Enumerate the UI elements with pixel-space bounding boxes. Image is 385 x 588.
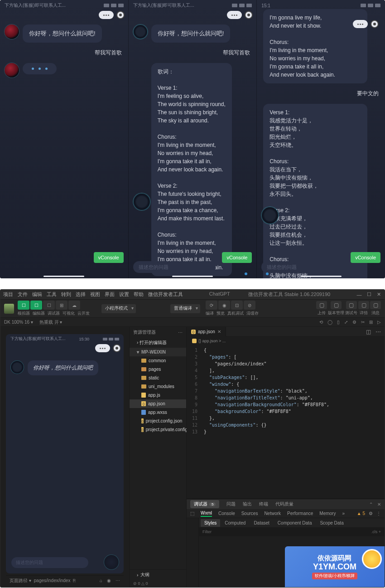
editor-toggle[interactable]: ☐ <box>30 301 42 310</box>
breadcrumb[interactable]: {} app.json > ... <box>187 337 385 345</box>
styles-tab-computed[interactable]: Computed <box>221 519 249 527</box>
warnings-count[interactable]: ▲ 5 <box>357 511 365 516</box>
elements-tree[interactable] <box>187 518 199 587</box>
toolbar-详情[interactable]: ▢ <box>358 301 369 309</box>
menu-工具[interactable]: 工具 <box>47 291 57 298</box>
file-uni_modules[interactable]: uni_modules <box>130 382 186 391</box>
filter-input[interactable]: Filter <box>202 530 212 534</box>
tool-icon[interactable]: ⊞ <box>369 320 373 325</box>
cloud-toggle[interactable]: ☁ <box>68 301 80 310</box>
styles-tab-component data[interactable]: Component Data <box>274 519 316 527</box>
performance-tab[interactable]: Performance <box>287 511 313 516</box>
code-content[interactable]: { "pages": [ "pages/index/index" ], "sub… <box>200 345 385 499</box>
preview-button[interactable]: ◉ <box>218 301 230 310</box>
mode-select[interactable]: 小程序模式 <box>101 304 136 313</box>
tool-icon[interactable]: ✂ <box>361 320 365 325</box>
code-editor[interactable]: 12345678910111213 { "pages": [ "pages/in… <box>187 345 385 499</box>
menu-选择[interactable]: 选择 <box>76 291 86 298</box>
capsule-menu[interactable] <box>99 11 114 19</box>
compile-button[interactable]: ⟳ <box>206 301 217 310</box>
sim-send-button[interactable] <box>104 554 119 570</box>
chevron-up-icon[interactable]: ⌃ <box>369 502 373 507</box>
capsule-menu[interactable] <box>353 20 368 28</box>
device-scale[interactable]: DK 100% 16 ▾ <box>4 320 33 325</box>
file-app.json[interactable]: {}app.json <box>130 399 186 408</box>
project-root[interactable]: ▾ MP-WEIXIN <box>130 348 186 356</box>
sources-tab[interactable]: Sources <box>241 511 258 516</box>
menu-视图[interactable]: 视图 <box>90 291 100 298</box>
file-project.private.config.js...[interactable]: {}project.private.config.js... <box>130 425 186 434</box>
styles-tab-dataset[interactable]: Dataset <box>250 519 273 527</box>
eye-icon[interactable]: ◉ <box>107 578 111 583</box>
capsule-menu[interactable] <box>227 11 242 19</box>
file-app.js[interactable]: app.js <box>130 391 186 399</box>
problems-tab[interactable]: 问题 <box>226 501 236 507</box>
hot-reload[interactable]: 热重载 开 ▾ <box>39 319 63 326</box>
console-tab[interactable]: Console <box>218 511 235 516</box>
file-app.wxss[interactable]: app.wxss <box>130 408 186 417</box>
user-avatar-icon[interactable] <box>4 304 14 314</box>
toolbar-上传[interactable]: ▢ <box>316 301 327 309</box>
split-icon[interactable]: ◫ <box>366 329 371 335</box>
file-pages[interactable]: pages <box>130 365 186 374</box>
capsule-close[interactable] <box>245 11 253 19</box>
more-tabs-icon[interactable]: » <box>342 511 345 516</box>
menu-设置[interactable]: 设置 <box>119 291 129 298</box>
codequality-tab[interactable]: 代码质量 <box>275 501 294 507</box>
vconsole-button[interactable]: vConsole <box>351 252 380 263</box>
simulator-toggle[interactable]: ☐ <box>18 301 29 310</box>
more-icon[interactable]: ⋯ <box>178 330 183 335</box>
tool-icon[interactable]: ▷ <box>377 320 381 325</box>
vconsole-button[interactable]: vConsole <box>222 252 252 263</box>
menu-帮助[interactable]: 帮助 <box>134 291 144 298</box>
styles-tab-styles[interactable]: Styles <box>201 519 220 527</box>
inspect-icon[interactable]: ⬚ <box>190 511 194 516</box>
toolbar-版本管理[interactable]: ▢ <box>331 301 342 309</box>
file-project.config.json[interactable]: {}project.config.json <box>130 417 186 425</box>
debugger-toggle[interactable]: ☐ <box>43 301 55 310</box>
debugger-tab[interactable]: 调试器5 <box>190 500 219 508</box>
editor-tab-appjson[interactable]: {} app.json ✕ <box>187 327 226 337</box>
kebab-icon[interactable]: ⋮ <box>376 511 381 516</box>
capsule-menu[interactable] <box>95 344 110 352</box>
tool-icon[interactable]: ⚙ <box>352 320 356 325</box>
expand-icon[interactable]: ⤢ <box>344 320 348 325</box>
device-icon[interactable]: ▯ <box>337 320 340 325</box>
file-static[interactable]: static <box>130 374 186 382</box>
menu-编辑[interactable]: 编辑 <box>32 291 42 298</box>
cls-toggle[interactable]: .cls + <box>371 530 381 534</box>
terminal-tab[interactable]: 终端 <box>259 501 268 507</box>
compile-select[interactable]: 普通编译 <box>170 304 200 313</box>
wxml-tab[interactable]: Wxml <box>201 510 212 517</box>
capsule-close[interactable] <box>113 344 121 352</box>
chat-input[interactable]: 描述您的问题 <box>133 261 216 273</box>
sim-chat-input[interactable]: 描述您的问题 <box>11 557 88 568</box>
remote-debug-button[interactable]: ⊡ <box>231 301 243 310</box>
close-icon[interactable]: ✕ <box>377 502 381 507</box>
memory-tab[interactable]: Memory <box>319 511 336 516</box>
page-path-label[interactable]: 页面路径 ▾ <box>10 578 31 584</box>
menu-转到[interactable]: 转到 <box>61 291 71 298</box>
open-editors[interactable]: › 打开的编辑器 <box>130 338 186 348</box>
network-tab[interactable]: Network <box>264 511 281 516</box>
output-tab[interactable]: 输出 <box>243 501 252 507</box>
close-icon[interactable]: ✕ <box>376 292 382 297</box>
toolbar-测试号[interactable]: ▢ <box>346 301 357 309</box>
capsule-close[interactable] <box>371 20 379 28</box>
toolbar-消息[interactable]: ▢ <box>370 301 381 309</box>
more-icon[interactable]: ⋯ <box>116 578 120 583</box>
menu-项目[interactable]: 项目 <box>3 291 13 298</box>
menu-文件[interactable]: 文件 <box>18 291 28 298</box>
styles-tab-scope data[interactable]: Scope Data <box>316 519 347 527</box>
refresh-icon[interactable]: ⟲ <box>319 320 323 325</box>
minimize-icon[interactable]: — <box>356 292 362 297</box>
home-icon[interactable]: ⌂ <box>100 578 102 583</box>
menu-界面[interactable]: 界面 <box>105 291 115 298</box>
clear-cache-button[interactable]: ⊘ <box>244 301 255 310</box>
close-tab-icon[interactable]: ✕ <box>217 329 221 334</box>
file-common[interactable]: common <box>130 356 186 365</box>
more-icon[interactable]: ⋯ <box>375 329 381 335</box>
chat-input[interactable]: 描述您的问题 <box>261 261 344 273</box>
outline-section[interactable]: › 大纲 <box>130 570 186 580</box>
circle-icon[interactable]: ◯ <box>327 320 332 325</box>
